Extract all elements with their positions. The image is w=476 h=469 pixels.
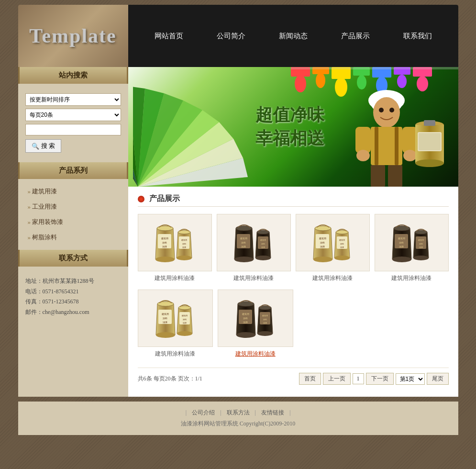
nav-contact[interactable]: 联系我们 [396, 28, 439, 45]
logo-text: Template [29, 24, 116, 47]
banner-line2: 幸福相送 [255, 127, 324, 150]
footer-link-2[interactable]: 友情链接 [257, 409, 288, 416]
svg-point-85 [156, 332, 175, 338]
perpage-select[interactable]: 每页20条每页10条每页50条 [25, 109, 121, 121]
svg-point-1 [295, 75, 306, 92]
svg-text:涂料: 涂料 [183, 318, 187, 321]
sort-select[interactable]: 按更新时间排序按名称排序按价格排序 [25, 93, 121, 106]
series-item[interactable]: 家用装饰漆 [18, 214, 128, 230]
svg-text:建筑用: 建筑用 [181, 314, 188, 317]
svg-point-25 [356, 150, 370, 161]
main-navigation: 网站首页公司简介新闻动态产品展示联系我们 [128, 5, 458, 67]
product-name: 建筑用涂料油漆 [375, 274, 449, 282]
nav-home[interactable]: 网站首页 [147, 28, 190, 45]
svg-text:建筑用: 建筑用 [161, 313, 169, 315]
svg-text:油漆: 油漆 [182, 246, 186, 248]
svg-rect-33 [419, 133, 441, 150]
phone: 电话：0571-87654321 [25, 287, 121, 297]
nav-products[interactable]: 产品展示 [334, 28, 377, 45]
svg-text:建筑用: 建筑用 [418, 239, 424, 241]
svg-text:油漆: 油漆 [399, 245, 404, 248]
series-item[interactable]: 树脂涂料 [18, 230, 128, 245]
series-item[interactable]: 建筑用漆 [18, 184, 128, 199]
svg-text:油漆: 油漆 [320, 245, 325, 248]
svg-text:建筑用: 建筑用 [161, 237, 168, 240]
search-section-title: 站内搜索 [18, 67, 128, 84]
svg-point-67 [334, 256, 350, 260]
svg-text:油漆: 油漆 [163, 321, 167, 324]
svg-rect-22 [395, 127, 399, 165]
svg-text:建筑用: 建筑用 [181, 239, 187, 241]
series-list: 建筑用漆工业用漆家用装饰漆树脂涂料 [18, 184, 128, 245]
svg-text:油漆: 油漆 [243, 321, 248, 324]
footer-link-0[interactable]: 公司介绍 [188, 409, 219, 416]
svg-text:建筑用: 建筑用 [241, 313, 249, 315]
search-input[interactable] [25, 124, 121, 135]
svg-text:涂料: 涂料 [261, 243, 265, 245]
product-name: 建筑用涂料油漆 [138, 350, 213, 358]
svg-point-18 [379, 108, 384, 112]
footer-links: | 公司介绍 | 联系方法 | 友情链接 | [25, 409, 451, 417]
search-button[interactable]: 🔍 搜 索 [25, 139, 62, 153]
series-item[interactable]: 工业用漆 [18, 199, 128, 214]
prev-page-button[interactable]: 上一页 [323, 373, 351, 385]
svg-point-3 [316, 73, 325, 88]
product-grid-row1: 建筑用 涂料 油漆 建筑用 涂料 油漆 建筑用涂料油漆 建筑用 涂料 [138, 214, 449, 282]
product-name: 建筑用涂料油漆 [217, 274, 291, 282]
svg-text:油漆: 油漆 [340, 246, 344, 248]
svg-text:建筑用: 建筑用 [262, 314, 268, 317]
svg-text:油漆: 油漆 [183, 322, 187, 324]
svg-rect-28 [388, 165, 402, 187]
svg-point-79 [413, 256, 429, 260]
product-item[interactable]: 建筑用 涂料 油漆 建筑用 涂料 油漆 建筑用涂料油漆 [296, 214, 370, 282]
page-info: 共6条 每页20条 页次：1/1 [138, 375, 202, 383]
nav-news[interactable]: 新闻动态 [272, 28, 315, 45]
svg-text:油漆: 油漆 [263, 322, 267, 324]
first-page-button[interactable]: 首页 [299, 373, 321, 385]
products-section-title: 产品展示 [149, 194, 180, 204]
svg-text:油漆: 油漆 [419, 246, 423, 248]
svg-text:涂料: 涂料 [399, 241, 404, 244]
nav-about[interactable]: 公司简介 [210, 28, 253, 45]
svg-rect-21 [375, 127, 378, 165]
svg-text:涂料: 涂料 [340, 243, 344, 245]
svg-text:涂料: 涂料 [163, 317, 167, 320]
svg-text:油漆: 油漆 [162, 245, 167, 248]
svg-point-17 [373, 97, 400, 128]
svg-point-37 [155, 257, 175, 262]
svg-text:建筑用: 建筑用 [240, 237, 247, 240]
svg-point-34 [415, 159, 444, 167]
svg-text:涂料: 涂料 [419, 243, 423, 245]
page-select[interactable]: 第1页 [396, 373, 425, 385]
svg-text:涂料: 涂料 [241, 241, 246, 244]
svg-text:涂料: 涂料 [182, 243, 186, 245]
fax: 传真：0571-12345678 [25, 297, 121, 307]
svg-rect-14 [291, 67, 458, 69]
footer-link-1[interactable]: 联系方法 [223, 409, 254, 416]
svg-point-19 [389, 108, 394, 112]
next-page-button[interactable]: 下一页 [366, 373, 394, 385]
footer: | 公司介绍 | 联系方法 | 友情链接 | 油漆涂料网站管理系统 Copyri… [18, 402, 458, 435]
product-series-section: 产品系列 建筑用漆工业用漆家用装饰漆树脂涂料 [18, 162, 128, 245]
product-item[interactable]: 建筑用 涂料 油漆 建筑用 涂料 油漆 建筑用涂料油漆 [138, 290, 213, 358]
svg-point-91 [177, 331, 192, 336]
svg-point-97 [236, 332, 255, 338]
product-item[interactable]: 建筑用 涂料 油漆 建筑用 涂料 油漆 建筑用涂料油漆 [218, 290, 293, 358]
sidebar: 站内搜索 按更新时间排序按名称排序按价格排序 每页20条每页10条每页50条 🔍… [18, 67, 128, 397]
section-dot [138, 196, 144, 202]
svg-point-49 [234, 257, 254, 262]
banner-line1: 超值净味 [255, 103, 324, 127]
svg-text:建筑用: 建筑用 [339, 239, 345, 241]
svg-point-73 [392, 257, 411, 262]
last-page-button[interactable]: 尾页 [427, 373, 449, 385]
svg-text:油漆: 油漆 [241, 245, 246, 248]
copyright: 油漆涂料网站管理系统 Copyright(C)2009-2010 [25, 420, 451, 428]
product-item[interactable]: 建筑用 涂料 油漆 建筑用 涂料 油漆 建筑用涂料油漆 [375, 214, 449, 282]
banner-text: 超值净味 幸福相送 [255, 103, 324, 150]
contact-title: 联系方式 [18, 250, 128, 267]
search-icon: 🔍 [32, 143, 39, 150]
product-item[interactable]: 建筑用 涂料 油漆 建筑用 涂料 油漆 建筑用涂料油漆 [217, 214, 291, 282]
products-section: 产品展示 建筑用 涂料 油漆 [128, 187, 458, 397]
svg-text:涂料: 涂料 [243, 317, 248, 320]
product-item[interactable]: 建筑用 涂料 油漆 建筑用 涂料 油漆 建筑用涂料油漆 [138, 214, 212, 282]
